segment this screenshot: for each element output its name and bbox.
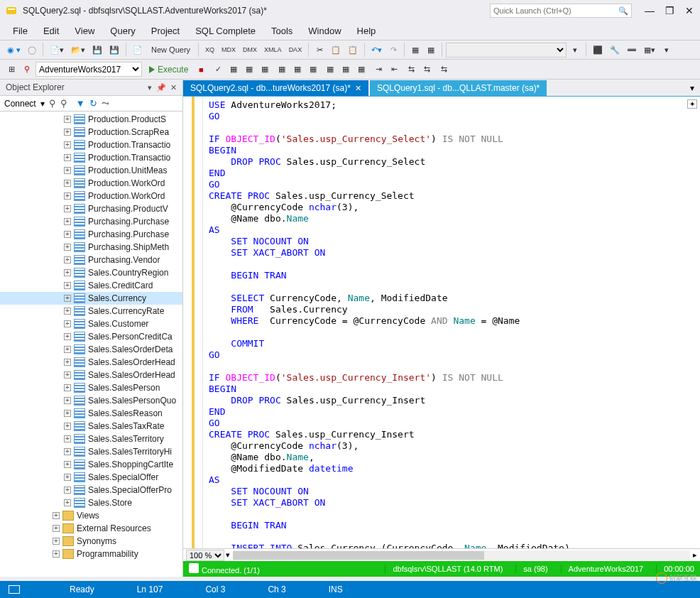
tree-node[interactable]: +Production.ScrapRea bbox=[0, 126, 182, 138]
tree-node[interactable]: +Purchasing.ProductV bbox=[0, 202, 182, 215]
expand-icon[interactable]: + bbox=[64, 499, 71, 506]
object-tree[interactable]: +Production.ProductS+Production.ScrapRea… bbox=[0, 112, 182, 577]
tree-node[interactable]: +Production.WorkOrd bbox=[0, 177, 182, 190]
results-grid-button[interactable]: ▦ bbox=[275, 62, 289, 77]
menu-project[interactable]: Project bbox=[144, 23, 187, 38]
query-type-button-3[interactable]: DMX bbox=[240, 42, 260, 58]
overflow-button[interactable]: ▾ bbox=[660, 42, 674, 58]
results-file-button[interactable]: ▦ bbox=[306, 62, 320, 77]
query-stats-button[interactable]: ▦ bbox=[242, 62, 256, 77]
expand-icon[interactable]: + bbox=[64, 141, 71, 148]
tree-node[interactable]: +Sales.CurrencyRate bbox=[0, 305, 182, 317]
expand-icon[interactable]: + bbox=[64, 474, 71, 481]
expand-icon[interactable]: + bbox=[64, 346, 71, 353]
sqlcmd-button[interactable]: ⇆ bbox=[420, 62, 434, 77]
expand-icon[interactable]: + bbox=[64, 448, 71, 455]
expand-icon[interactable]: + bbox=[64, 435, 71, 442]
tree-node[interactable]: +Production.ProductS bbox=[0, 113, 182, 126]
outdent-button[interactable]: ⇤ bbox=[387, 62, 401, 77]
copy-button[interactable]: 📋 bbox=[328, 42, 344, 58]
dropdown-button[interactable]: ▾ bbox=[568, 42, 582, 58]
expand-icon[interactable]: + bbox=[64, 371, 71, 379]
activity-monitor-button[interactable]: ▦ bbox=[354, 62, 368, 77]
expand-icon[interactable]: + bbox=[64, 461, 71, 468]
disconnect-button[interactable]: ⚲ bbox=[49, 98, 56, 109]
tree-node[interactable]: +Sales.SalesOrderHead bbox=[0, 369, 182, 381]
tree-node[interactable]: +Sales.SalesPerson bbox=[0, 381, 182, 394]
save-button[interactable]: 💾 bbox=[89, 42, 105, 58]
expand-icon[interactable]: + bbox=[64, 320, 71, 327]
query-type-button-5[interactable]: DAX bbox=[286, 42, 305, 58]
devart-button-1[interactable]: ⬛ bbox=[590, 42, 606, 58]
expand-icon[interactable]: + bbox=[64, 282, 71, 289]
expand-icon[interactable]: + bbox=[64, 423, 71, 430]
specify-values-button[interactable]: ⇆ bbox=[404, 62, 418, 77]
query-type-button-2[interactable]: MDX bbox=[219, 42, 239, 58]
tree-node[interactable]: +Sales.SalesOrderDeta bbox=[0, 343, 182, 356]
properties-button[interactable]: ▦ bbox=[408, 42, 422, 58]
filter-button[interactable]: ▼ bbox=[76, 98, 85, 109]
new-file-button[interactable]: 📄▾ bbox=[47, 42, 67, 58]
solution-button[interactable]: ▦ bbox=[424, 42, 438, 58]
tree-node[interactable]: +Sales.ShoppingCartIte bbox=[0, 458, 182, 471]
close-panel-icon[interactable]: ✕ bbox=[170, 83, 177, 92]
cut-button[interactable]: ✂ bbox=[312, 42, 327, 58]
tree-node[interactable]: +Sales.Currency bbox=[0, 292, 182, 305]
execute-button[interactable]: Execute bbox=[145, 63, 192, 76]
display-plan-button[interactable]: ▦ bbox=[226, 62, 241, 77]
trace-button[interactable]: ⇆ bbox=[437, 62, 451, 77]
expand-icon[interactable]: + bbox=[64, 244, 71, 251]
tree-folder[interactable]: +Synonyms bbox=[0, 535, 182, 548]
tree-node[interactable]: +Sales.SpecialOffer bbox=[0, 471, 182, 484]
scroll-right-icon[interactable]: ▸ bbox=[693, 550, 697, 560]
quick-launch-input[interactable]: Quick Launch (Ctrl+Q) 🔍 bbox=[490, 4, 632, 18]
open-file-button[interactable]: 📂▾ bbox=[68, 42, 88, 58]
split-icon[interactable]: ✦ bbox=[687, 99, 697, 109]
connect-button[interactable]: Connect bbox=[4, 99, 36, 109]
redo-button[interactable]: ↷ bbox=[386, 42, 400, 58]
expand-icon[interactable]: + bbox=[64, 410, 71, 417]
query-type-button-4[interactable]: XMLA bbox=[261, 42, 285, 58]
expand-icon[interactable]: + bbox=[64, 218, 71, 225]
menu-file[interactable]: File bbox=[6, 23, 35, 38]
stop-conn-button[interactable]: ⚲ bbox=[60, 98, 67, 109]
expand-icon[interactable]: + bbox=[64, 116, 71, 123]
tree-node[interactable]: +Purchasing.Purchase bbox=[0, 215, 182, 228]
nav-forward-button[interactable]: ◯ bbox=[25, 42, 39, 58]
close-tab-icon[interactable]: ✕ bbox=[355, 84, 361, 93]
change-connection-button[interactable]: ⊞ bbox=[4, 62, 18, 77]
document-tab-0[interactable]: SQLQuery2.sql - db...tureWorks2017 (sa)*… bbox=[183, 80, 368, 96]
tree-node[interactable]: +Sales.Store bbox=[0, 496, 182, 509]
tree-folder[interactable]: +Views bbox=[0, 509, 182, 522]
menu-view[interactable]: View bbox=[67, 23, 102, 38]
restore-button[interactable]: ❐ bbox=[665, 5, 674, 16]
expand-icon[interactable]: + bbox=[64, 154, 71, 161]
expand-icon[interactable]: + bbox=[64, 167, 71, 174]
tree-node[interactable]: +Production.Transactio bbox=[0, 151, 182, 164]
query-type-button-1[interactable]: XQ bbox=[202, 42, 217, 58]
expand-icon[interactable]: + bbox=[64, 256, 71, 263]
results-text-button[interactable]: ▦ bbox=[290, 62, 305, 77]
comment-button[interactable]: ▦ bbox=[323, 62, 337, 77]
uncomment-button[interactable]: ▦ bbox=[339, 62, 353, 77]
menu-tools[interactable]: Tools bbox=[264, 23, 300, 38]
pin-icon[interactable]: 📌 bbox=[156, 83, 166, 92]
expand-icon[interactable]: + bbox=[64, 308, 71, 315]
paste-button[interactable]: 📋 bbox=[345, 42, 361, 58]
stop-button[interactable]: ■ bbox=[194, 62, 208, 77]
tree-node[interactable]: +Production.Transactio bbox=[0, 138, 182, 151]
tree-node[interactable]: +Purchasing.Purchase bbox=[0, 228, 182, 241]
menu-window[interactable]: Window bbox=[301, 23, 348, 38]
tree-node[interactable]: +Sales.SalesPersonQuo bbox=[0, 394, 182, 407]
window-options-icon[interactable]: ▾ bbox=[148, 83, 152, 92]
new-query-icon[interactable]: 📄 bbox=[130, 42, 146, 58]
solution-config-combo[interactable] bbox=[446, 43, 567, 58]
menu-edit[interactable]: Edit bbox=[36, 23, 66, 38]
expand-icon[interactable]: + bbox=[64, 359, 71, 366]
devart-button-4[interactable]: ▦▾ bbox=[641, 42, 658, 58]
expand-icon[interactable]: + bbox=[53, 512, 60, 519]
parse-button[interactable]: ✓ bbox=[211, 62, 225, 77]
expand-icon[interactable]: + bbox=[64, 192, 71, 200]
tree-node[interactable]: +Sales.PersonCreditCa bbox=[0, 330, 182, 343]
nav-back-button[interactable]: ◉ ▾ bbox=[4, 42, 23, 58]
